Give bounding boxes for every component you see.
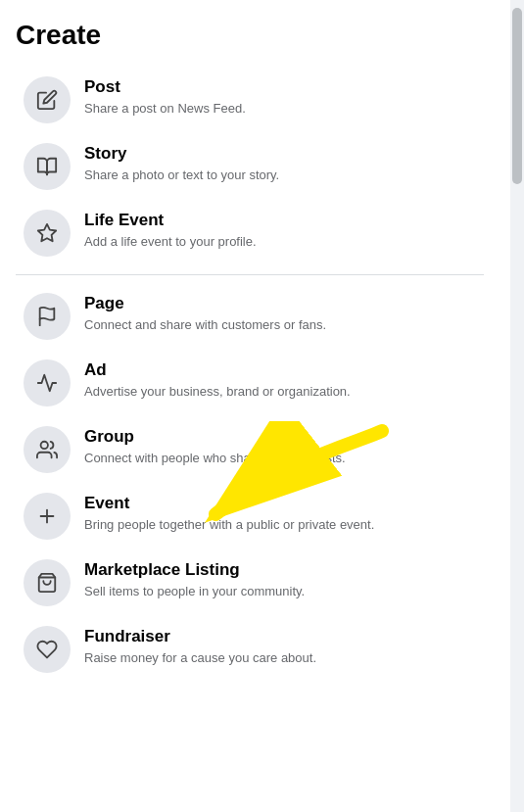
menu-item-marketplace[interactable]: Marketplace Listing Sell items to people… [16,549,484,616]
ad-text: Ad Advertise your business, brand or org… [84,359,351,401]
scrollbar-thumb[interactable] [512,8,522,184]
event-title: Event [84,493,374,514]
post-desc: Share a post on News Feed. [84,100,246,118]
menu-item-fundraiser[interactable]: Fundraiser Raise money for a cause you c… [16,616,484,683]
menu-item-story[interactable]: Story Share a photo or text to your stor… [16,133,484,200]
ad-title: Ad [84,359,351,381]
marketplace-text: Marketplace Listing Sell items to people… [84,559,305,600]
page-icon [24,293,71,340]
life-event-text: Life Event Add a life event to your prof… [84,210,257,251]
post-title: Post [84,76,246,98]
marketplace-icon [24,559,71,606]
event-icon [24,493,71,540]
story-icon [24,143,71,190]
menu-divider [16,274,484,275]
fundraiser-desc: Raise money for a cause you care about. [84,649,316,667]
ad-icon [24,359,71,406]
svg-marker-0 [38,224,56,241]
ad-desc: Advertise your business, brand or organi… [84,383,351,401]
page-desc: Connect and share with customers or fans… [84,316,326,334]
fundraiser-text: Fundraiser Raise money for a cause you c… [84,626,316,667]
menu-item-event[interactable]: Event Bring people together with a publi… [16,483,484,549]
group-desc: Connect with people who share your inter… [84,450,346,467]
fundraiser-title: Fundraiser [84,626,316,647]
event-desc: Bring people together with a public or p… [84,516,374,534]
life-event-title: Life Event [84,210,257,231]
create-menu-list: Post Share a post on News Feed. Story Sh… [16,67,484,266]
life-event-icon [24,210,71,257]
post-icon [24,76,71,123]
story-text: Story Share a photo or text to your stor… [84,143,279,184]
scrollbar[interactable] [510,0,524,812]
event-text: Event Bring people together with a publi… [84,493,374,534]
fundraiser-icon [24,626,71,673]
create-menu-list-2: Page Connect and share with customers or… [16,283,484,683]
page-title-item: Page [84,293,326,314]
marketplace-desc: Sell items to people in your community. [84,583,305,600]
menu-item-life-event[interactable]: Life Event Add a life event to your prof… [16,200,484,266]
post-text: Post Share a post on News Feed. [84,76,246,118]
group-title: Group [84,426,346,448]
page-title: Create [16,20,484,51]
menu-item-group[interactable]: Group Connect with people who share your… [16,416,484,483]
group-text: Group Connect with people who share your… [84,426,346,467]
menu-item-ad[interactable]: Ad Advertise your business, brand or org… [16,350,484,416]
svg-point-2 [41,442,48,449]
menu-item-post[interactable]: Post Share a post on News Feed. [16,67,484,133]
story-desc: Share a photo or text to your story. [84,167,279,184]
menu-item-page[interactable]: Page Connect and share with customers or… [16,283,484,350]
marketplace-title: Marketplace Listing [84,559,305,581]
life-event-desc: Add a life event to your profile. [84,233,257,251]
page-text: Page Connect and share with customers or… [84,293,326,334]
story-title: Story [84,143,279,165]
group-icon [24,426,71,473]
